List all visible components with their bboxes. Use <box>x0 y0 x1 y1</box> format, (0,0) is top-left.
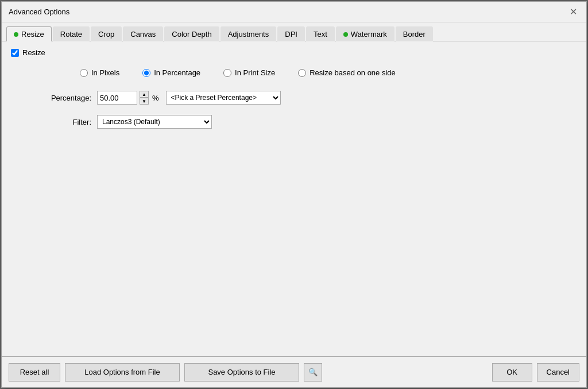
search-icon-button[interactable]: 🔍 <box>304 363 322 382</box>
title-bar: Advanced Options ✕ <box>2 2 586 22</box>
radio-resize-one-side[interactable]: Resize based on one side <box>298 68 396 77</box>
spin-buttons: ▲ ▼ <box>140 91 149 105</box>
radio-in-pixels[interactable]: In Pixels <box>80 68 119 77</box>
tab-label-border: Border <box>403 30 425 38</box>
preset-percentage-dropdown[interactable]: <Pick a Preset Percentage> <box>166 91 281 105</box>
resize-checkbox-row: Resize <box>11 48 577 57</box>
tab-label-watermark: Watermark <box>351 30 387 38</box>
tab-crop[interactable]: Crop <box>91 26 122 41</box>
tab-watermark[interactable]: Watermark <box>336 26 394 41</box>
tab-resize[interactable]: Resize <box>6 26 52 41</box>
tab-label-canvas: Canvas <box>130 30 156 38</box>
radio-in-percentage[interactable]: In Percentage <box>142 68 200 77</box>
radio-input-resize-one-side[interactable] <box>298 69 306 77</box>
tab-label-color-depth: Color Depth <box>172 30 211 38</box>
save-options-button[interactable]: Save Options to File <box>184 363 299 382</box>
tab-label-rotate: Rotate <box>60 30 82 38</box>
percentage-row: Percentage: ▲ ▼ % <Pick a Preset Percent… <box>34 91 577 105</box>
tab-bar: ResizeRotateCropCanvasColor DepthAdjustm… <box>2 22 586 41</box>
filter-dropdown[interactable]: Lanczos3 (Default)BilinearBicubicMitchel… <box>97 115 212 129</box>
resize-dot <box>14 32 18 37</box>
tab-label-crop: Crop <box>98 30 114 38</box>
cancel-button[interactable]: Cancel <box>537 363 579 382</box>
radio-label-resize-one-side: Resize based on one side <box>310 68 396 77</box>
ok-button[interactable]: OK <box>492 363 532 382</box>
watermark-dot <box>343 32 348 37</box>
content-area: Resize In PixelsIn PercentageIn Print Si… <box>2 41 586 356</box>
tab-adjustments[interactable]: Adjustments <box>220 26 277 41</box>
tab-canvas[interactable]: Canvas <box>123 26 163 41</box>
percent-sign: % <box>152 94 159 102</box>
radio-options-row: In PixelsIn PercentageIn Print SizeResiz… <box>80 68 577 77</box>
tab-label-adjustments: Adjustments <box>228 30 269 38</box>
load-options-button[interactable]: Load Options from File <box>65 363 180 382</box>
resize-checkbox-label: Resize <box>22 48 45 57</box>
radio-label-in-print-size: In Print Size <box>235 68 275 77</box>
radio-label-in-pixels: In Pixels <box>91 68 119 77</box>
reset-all-button[interactable]: Reset all <box>9 363 60 382</box>
tab-dpi[interactable]: DPI <box>277 26 305 41</box>
bottom-bar: Reset all Load Options from File Save Op… <box>2 356 586 387</box>
spin-up-button[interactable]: ▲ <box>140 91 149 98</box>
tab-label-dpi: DPI <box>285 30 297 38</box>
radio-label-in-percentage: In Percentage <box>154 68 200 77</box>
close-button[interactable]: ✕ <box>567 6 579 18</box>
resize-checkbox[interactable] <box>11 49 19 57</box>
radio-input-in-pixels[interactable] <box>80 69 88 77</box>
percentage-input[interactable] <box>97 91 137 105</box>
tab-rotate[interactable]: Rotate <box>53 26 90 41</box>
tab-label-resize: Resize <box>21 30 44 38</box>
percentage-label: Percentage: <box>34 94 91 102</box>
dialog-title: Advanced Options <box>9 7 69 16</box>
radio-input-in-print-size[interactable] <box>223 69 231 77</box>
search-icon: 🔍 <box>308 368 318 376</box>
radio-input-in-percentage[interactable] <box>142 69 150 77</box>
tab-border[interactable]: Border <box>396 26 433 41</box>
spin-down-button[interactable]: ▼ <box>140 98 149 105</box>
tab-label-text: Text <box>314 30 327 38</box>
tab-color-depth[interactable]: Color Depth <box>164 26 219 41</box>
filter-label: Filter: <box>34 118 91 126</box>
filter-row: Filter: Lanczos3 (Default)BilinearBicubi… <box>34 115 577 129</box>
advanced-options-dialog: Advanced Options ✕ ResizeRotateCropCanva… <box>1 1 587 388</box>
percentage-input-group: ▲ ▼ % <Pick a Preset Percentage> <box>97 91 281 105</box>
radio-in-print-size[interactable]: In Print Size <box>223 68 275 77</box>
tab-text[interactable]: Text <box>306 26 335 41</box>
